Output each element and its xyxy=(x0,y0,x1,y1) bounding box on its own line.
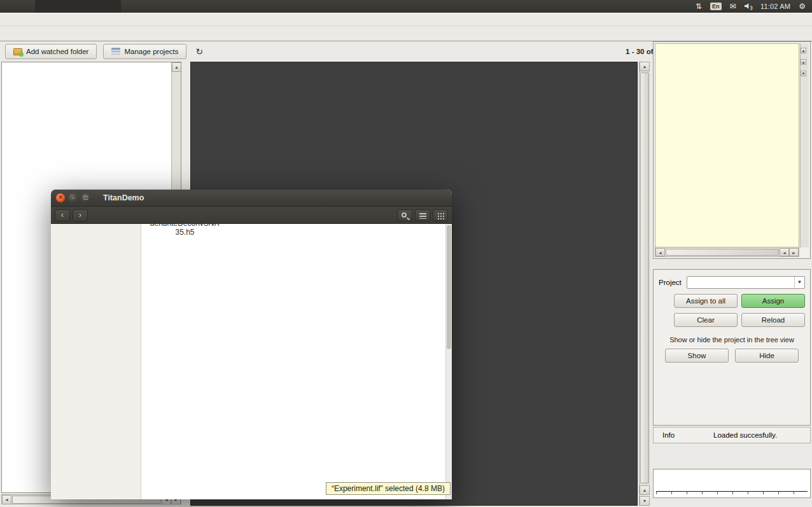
reload-button[interactable]: Reload xyxy=(741,313,805,327)
grid-view-button[interactable] xyxy=(433,209,448,221)
manage-projects-button[interactable]: Manage projects xyxy=(103,44,186,59)
desktop: Add watched folder Manage projects ↻ 1 -… xyxy=(0,0,812,507)
partial-file-label: dendriteDeconvSNR 35.h5 xyxy=(148,224,222,237)
info-row: Info Loaded succesfully. xyxy=(653,427,811,443)
network-updown-icon[interactable]: ⇅ xyxy=(696,0,702,13)
files-vertical-scrollbar[interactable] xyxy=(445,224,452,499)
selection-status-tooltip: “Experiment.lif” selected (4.8 MB) xyxy=(326,482,451,495)
project-combobox[interactable]: ▼ xyxy=(687,276,805,289)
stats-scroll-left-icon[interactable]: ◄ xyxy=(655,248,665,256)
file-manager-window: ✕ – ▢ TitanDemo ‹ › dendriteDeconvSNR 35… xyxy=(51,190,452,499)
add-watched-folder-button[interactable]: Add watched folder xyxy=(5,44,97,59)
scroll-up-icon[interactable]: ▲ xyxy=(172,62,181,72)
panel-app-segment xyxy=(35,0,121,13)
clear-button[interactable]: Clear xyxy=(674,313,738,327)
file-manager-toolbar: ‹ › xyxy=(51,207,452,224)
mail-icon[interactable]: ✉ xyxy=(730,0,736,13)
grid-scroll-up2-icon[interactable]: ▲ xyxy=(640,485,650,495)
forward-button[interactable]: › xyxy=(73,209,88,221)
folder-plus-icon xyxy=(13,48,22,55)
grid-scroll-up-icon[interactable]: ▲ xyxy=(640,62,650,71)
search-button[interactable] xyxy=(397,209,412,221)
main-tab-bar xyxy=(0,26,812,41)
list-view-icon xyxy=(419,213,426,219)
clock[interactable]: 11:02 AM xyxy=(760,3,790,10)
menu-bar xyxy=(0,13,812,26)
stats-scroll-down-icon[interactable]: ▼ xyxy=(801,71,806,76)
file-list-area: dendriteDeconvSNR 35.h5 “Experiment.lif”… xyxy=(141,224,452,499)
assign-to-all-button[interactable]: Assign to all xyxy=(674,294,738,308)
project-panel: Project ▼ Assign to all Assign Clear Rel… xyxy=(653,269,811,426)
volume-icon[interactable]: )) xyxy=(745,3,752,10)
show-button[interactable]: Show xyxy=(665,349,729,363)
info-label: Info xyxy=(662,431,713,439)
stats-scroll-right-icon[interactable]: ► xyxy=(789,248,799,256)
search-icon xyxy=(402,212,407,218)
grid-vertical-scrollbar[interactable]: ▲ ▲ ▼ xyxy=(639,62,650,506)
back-button[interactable]: ‹ xyxy=(55,209,70,221)
combobox-dropdown-icon[interactable]: ▼ xyxy=(794,277,804,288)
graph-ticks xyxy=(656,492,808,494)
desktop-top-panel: ⇅ En ✉ )) 11:02 AM ⚙ xyxy=(0,0,812,13)
hide-button[interactable]: Hide xyxy=(735,349,799,363)
statistics-report xyxy=(655,43,799,247)
keyboard-layout-indicator[interactable]: En xyxy=(710,3,722,10)
stats-scroll-left2-icon[interactable]: ◄ xyxy=(780,248,789,256)
projects-stack-icon xyxy=(111,48,120,55)
statistics-panel: ▲ ▲ ▼ ◄ ◄ ► xyxy=(653,41,811,259)
stats-vertical-scrollbar[interactable]: ▲ ▲ ▼ xyxy=(800,43,809,247)
list-view-button[interactable] xyxy=(415,209,430,221)
open-buttons-row xyxy=(653,445,811,468)
session-gear-icon[interactable]: ⚙ xyxy=(799,0,806,13)
system-tray: ⇅ En ✉ )) 11:02 AM ⚙ xyxy=(696,0,812,13)
speaker-icon xyxy=(745,3,750,9)
assign-button[interactable]: Assign xyxy=(741,294,805,308)
activity-monitor-graph xyxy=(653,469,811,498)
project-field-label: Project xyxy=(659,279,682,286)
file-manager-titlebar[interactable]: ✕ – ▢ TitanDemo xyxy=(51,190,452,207)
stats-scroll-up-icon[interactable]: ▲ xyxy=(801,48,806,53)
stats-horizontal-scrollbar[interactable]: ◄ ◄ ► xyxy=(655,247,799,257)
window-title: TitanDemo xyxy=(103,193,144,202)
close-icon[interactable]: ✕ xyxy=(56,193,65,202)
minimize-icon[interactable]: – xyxy=(69,193,78,202)
refresh-icon[interactable]: ↻ xyxy=(193,46,206,57)
places-sidebar xyxy=(51,224,141,499)
stats-scroll-up2-icon[interactable]: ▲ xyxy=(801,59,806,65)
info-value: Loaded succesfully. xyxy=(713,431,777,439)
grid-view-icon xyxy=(437,212,444,219)
scroll-left-icon[interactable]: ◄ xyxy=(2,495,11,504)
show-hide-hint: Show or hide the project in the tree vie… xyxy=(657,336,806,344)
maximize-icon[interactable]: ▢ xyxy=(81,193,90,202)
grid-scroll-down-icon[interactable]: ▼ xyxy=(640,496,650,506)
